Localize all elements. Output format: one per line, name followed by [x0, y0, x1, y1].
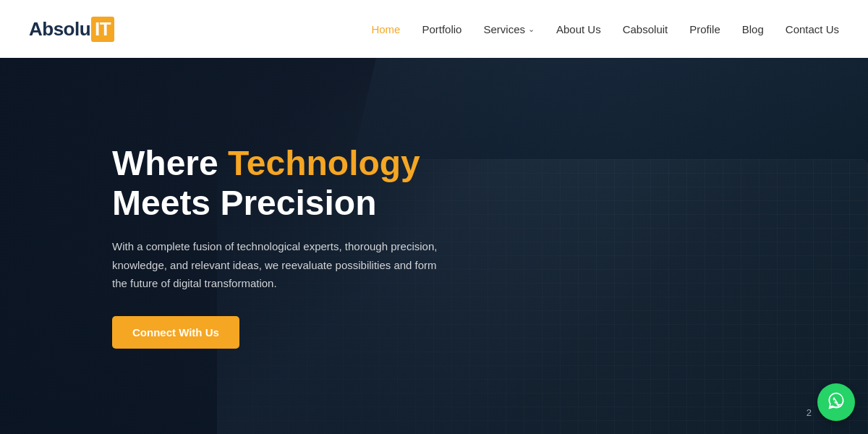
logo[interactable]: AbsoluIT [29, 17, 114, 42]
hero-title: Where Technology Meets Precision [112, 143, 445, 223]
nav-item-home[interactable]: Home [371, 23, 400, 35]
nav-item-contact[interactable]: Contact Us [786, 23, 839, 35]
connect-button[interactable]: Connect With Us [112, 316, 239, 349]
hero-title-part2: Meets Precision [112, 184, 376, 222]
hero-subtitle: With a complete fusion of technological … [112, 237, 445, 293]
whatsapp-fab[interactable] [817, 383, 855, 421]
header: AbsoluIT Home Portfolio Services ⌄ About… [0, 0, 868, 58]
hero-section: Where Technology Meets Precision With a … [0, 58, 868, 434]
hero-content: Where Technology Meets Precision With a … [0, 143, 445, 349]
hero-title-part1: Where [112, 144, 228, 182]
whatsapp-icon [826, 391, 846, 414]
nav-item-cabsoluit[interactable]: Cabsoluit [623, 23, 668, 35]
nav-item-profile[interactable]: Profile [689, 23, 720, 35]
nav-item-about[interactable]: About Us [556, 23, 601, 35]
nav-item-services[interactable]: Services ⌄ [483, 23, 535, 35]
main-nav: Home Portfolio Services ⌄ About Us Cabso… [371, 23, 839, 35]
nav-item-blog[interactable]: Blog [742, 23, 764, 35]
page-number: 2 [807, 407, 812, 418]
hero-title-highlight: Technology [228, 144, 420, 182]
nav-item-portfolio[interactable]: Portfolio [422, 23, 461, 35]
logo-text: Absolu [29, 18, 90, 41]
logo-it: IT [91, 17, 114, 42]
services-chevron-icon: ⌄ [528, 25, 535, 34]
